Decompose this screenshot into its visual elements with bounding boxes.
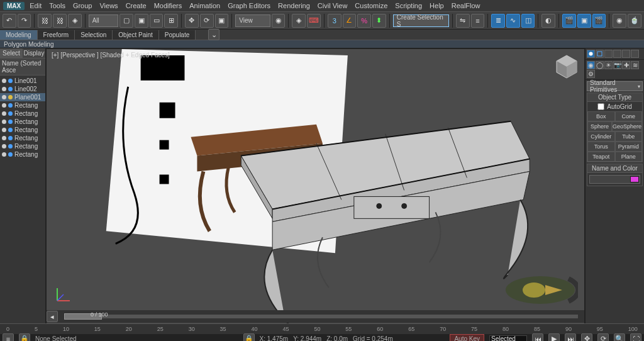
lights-cat[interactable]: ☀	[604, 61, 613, 69]
name-color-header[interactable]: Name and Color	[587, 164, 642, 173]
redo-button[interactable]: ↷	[18, 14, 31, 28]
menu-rendering[interactable]: Rendering	[278, 2, 310, 9]
scene-item[interactable]: Rectang	[0, 118, 45, 126]
scene-explorer-display-tab[interactable]: Display	[23, 48, 45, 58]
scene-item[interactable]: Rectang	[0, 134, 45, 142]
scene-item[interactable]: Rectang	[0, 150, 45, 159]
menu-grapheditors[interactable]: Graph Editors	[228, 2, 270, 9]
tl-prev-button[interactable]: ◂	[47, 311, 58, 322]
pivot-button[interactable]: ◉	[272, 14, 286, 28]
irender-button[interactable]: ◉	[613, 14, 626, 28]
nav-orbit-button[interactable]: ⟳	[597, 333, 609, 342]
scene-item[interactable]: Line001	[0, 77, 45, 85]
cone-button[interactable]: Cone	[615, 111, 643, 121]
render-setup-button[interactable]: 🎬	[562, 14, 576, 28]
hierarchy-tab[interactable]	[604, 50, 613, 58]
scene-item[interactable]: Rectang	[0, 126, 45, 134]
ribbon-tab-populate[interactable]: Populate	[159, 30, 196, 40]
create-subcategory-dropdown[interactable]: Standard Primitives	[587, 81, 643, 91]
quick-render-button[interactable]: 🍵	[628, 14, 641, 28]
scale-button[interactable]: ▣	[215, 14, 229, 28]
menu-views[interactable]: Views	[99, 2, 118, 9]
teapot-button[interactable]: Teapot	[587, 152, 615, 162]
scene-explorer-select-tab[interactable]: Select	[0, 48, 23, 58]
ribbon-tab-objectpaint[interactable]: Object Paint	[113, 30, 158, 40]
ribbon-tab-modeling[interactable]: Modeling	[0, 30, 38, 40]
cylinder-button[interactable]: Cylinder	[587, 131, 615, 142]
lock-selection-button[interactable]: 🔒	[243, 333, 255, 342]
play-prev-button[interactable]: ⏮	[532, 333, 543, 342]
undo-button[interactable]: ↶	[3, 14, 16, 28]
cameras-cat[interactable]: 📷	[613, 61, 621, 69]
ribbon-tab-freeform[interactable]: Freeform	[38, 30, 75, 40]
spinner-snap-button[interactable]: ⬍	[372, 14, 386, 28]
autokey-button[interactable]: Auto Key	[450, 334, 484, 341]
ribbon-tab-selection[interactable]: Selection	[75, 30, 113, 40]
box-button[interactable]: Box	[587, 111, 615, 121]
scene-item[interactable]: Line002	[0, 85, 45, 93]
keyboard-shortcut-button[interactable]: ⌨	[307, 14, 321, 28]
modify-tab[interactable]	[596, 50, 604, 58]
systems-cat[interactable]: ⚙	[587, 70, 595, 78]
menu-group[interactable]: Group	[73, 2, 92, 9]
tube-button[interactable]: Tube	[615, 131, 643, 142]
material-editor-button[interactable]: ◐	[541, 14, 555, 28]
viewcube[interactable]	[554, 54, 579, 79]
play-button[interactable]: ▶	[548, 333, 560, 342]
menu-animation[interactable]: Animation	[189, 2, 220, 9]
autogrid-checkbox[interactable]	[597, 103, 604, 110]
named-sel-sets[interactable]: Create Selection S	[393, 14, 449, 27]
scene-item[interactable]: Rectang	[0, 101, 45, 109]
nav-maximize-button[interactable]: ⛶	[630, 333, 641, 342]
play-next-button[interactable]: ⏭	[565, 333, 576, 342]
render-production-button[interactable]: 🎬	[592, 14, 606, 28]
sphere-button[interactable]: Sphere	[587, 121, 612, 131]
menu-help[interactable]: Help	[430, 2, 444, 9]
menu-tools[interactable]: Tools	[49, 2, 65, 9]
track-bar[interactable]: 0510152025303540455055606570758085909510…	[0, 323, 644, 334]
name-field[interactable]	[589, 175, 640, 184]
select-manipulate-button[interactable]: ◈	[292, 14, 306, 28]
viewport-label[interactable]: [+] [Perspective ] [Shaded + Edged Faces…	[52, 52, 170, 59]
menu-realflow[interactable]: RealFlow	[452, 2, 480, 9]
pyramid-button[interactable]: Pyramid	[615, 142, 643, 152]
menu-civilview[interactable]: Civil View	[318, 2, 347, 9]
geosphere-button[interactable]: GeoSphere	[612, 121, 642, 131]
geometry-cat[interactable]: ◉	[587, 61, 595, 69]
menu-edit[interactable]: Edit	[30, 2, 42, 9]
schematic-button[interactable]: ◫	[521, 14, 535, 28]
scene-explorer-header[interactable]: Name (Sorted Asce	[0, 59, 45, 75]
window-crossing-button[interactable]: ⊞	[164, 14, 178, 28]
unlink-button[interactable]: ⛓	[53, 14, 67, 28]
select-rect-button[interactable]: ▭	[150, 14, 164, 28]
utilities-tab[interactable]	[631, 50, 639, 58]
menu-modifiers[interactable]: Modifiers	[154, 2, 182, 9]
viewport[interactable]: [+] [Perspective ] [Shaded + Edged Faces…	[46, 48, 585, 323]
color-swatch[interactable]	[630, 176, 639, 182]
spacewarps-cat[interactable]: ≋	[631, 61, 639, 69]
rotate-button[interactable]: ⟳	[200, 14, 214, 28]
nav-pan-button[interactable]: ✥	[581, 333, 592, 342]
select-object-button[interactable]: ▢	[119, 14, 133, 28]
scene-item[interactable]: Rectang	[0, 142, 45, 150]
align-button[interactable]: ≡	[471, 14, 485, 28]
select-name-button[interactable]: ▣	[135, 14, 148, 28]
ribbon-toggle-icon[interactable]: ⌄	[208, 29, 219, 40]
percent-snap-button[interactable]: %	[357, 14, 371, 28]
snap-toggle-3-button[interactable]: 3	[328, 14, 341, 28]
scene-item[interactable]: Plane001	[0, 93, 45, 101]
selection-filter[interactable]: All	[89, 14, 119, 27]
lock-button[interactable]: 🔒	[19, 333, 30, 342]
plane-button[interactable]: Plane	[615, 152, 643, 162]
motion-tab[interactable]	[613, 50, 621, 58]
keymode-dropdown[interactable]	[489, 335, 527, 342]
torus-button[interactable]: Torus	[587, 142, 615, 152]
layer-button[interactable]: ≣	[491, 14, 505, 28]
display-tab[interactable]	[622, 50, 630, 58]
shapes-cat[interactable]: ◯	[596, 61, 604, 69]
time-slider[interactable]: ◂ 0 / 100	[47, 310, 584, 323]
scene-item[interactable]: Rectang	[0, 109, 45, 118]
ref-coord-system[interactable]: View	[235, 14, 270, 27]
move-button[interactable]: ✥	[185, 14, 199, 28]
mirror-button[interactable]: ⇋	[456, 14, 470, 28]
